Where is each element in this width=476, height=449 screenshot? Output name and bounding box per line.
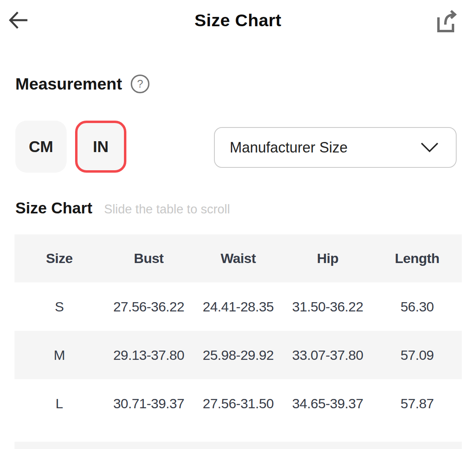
svg-text:?: ?	[137, 78, 143, 90]
table-row-l: L 30.71-39.37 27.56-31.50 34.65-39.37 57…	[15, 379, 462, 428]
table-row-next-partial	[15, 442, 462, 449]
size-standard-dropdown[interactable]: Manufacturer Size	[214, 127, 457, 168]
chevron-down-icon	[420, 142, 439, 153]
measurement-help-button[interactable]: ?	[130, 74, 150, 94]
question-mark-icon: ?	[130, 74, 150, 94]
unit-in-button[interactable]: IN	[75, 121, 126, 173]
column-header-bust: Bust	[104, 251, 194, 266]
share-icon	[434, 8, 459, 34]
cell-waist: 27.56-31.50	[193, 396, 283, 411]
cell-length: 57.87	[372, 396, 462, 411]
size-chart-title: Size Chart	[15, 199, 92, 217]
cell-size: S	[15, 299, 104, 315]
size-chart-hint: Slide the table to scroll	[104, 202, 230, 217]
cell-hip: 31.50-36.22	[283, 299, 373, 315]
cell-bust: 27.56-36.22	[104, 299, 194, 315]
column-header-length: Length	[372, 251, 462, 266]
cell-length: 57.09	[372, 347, 462, 363]
cell-hip: 33.07-37.80	[283, 347, 373, 363]
table-row-s: S 27.56-36.22 24.41-28.35 31.50-36.22 56…	[15, 282, 462, 331]
share-button[interactable]	[434, 8, 459, 35]
measurement-title: Measurement	[15, 75, 122, 94]
table-row-m: M 29.13-37.80 25.98-29.92 33.07-37.80 57…	[15, 331, 462, 379]
cell-size: M	[15, 347, 104, 363]
unit-toggle: CM IN	[15, 121, 126, 173]
cell-bust: 29.13-37.80	[104, 347, 194, 363]
table-header-row: Size Bust Waist Hip Length	[15, 234, 462, 282]
cell-bust: 30.71-39.37	[104, 396, 194, 411]
cell-length: 56.30	[372, 299, 462, 315]
size-chart-table[interactable]: Size Bust Waist Hip Length S 27.56-36.22…	[15, 234, 462, 449]
size-chart-section-header: Size Chart Slide the table to scroll	[15, 199, 230, 217]
cell-waist: 24.41-28.35	[193, 299, 283, 315]
column-header-size: Size	[15, 251, 104, 266]
size-standard-value: Manufacturer Size	[230, 139, 348, 156]
column-header-hip: Hip	[283, 251, 373, 266]
page-title: Size Chart	[0, 0, 476, 40]
cell-waist: 25.98-29.92	[193, 347, 283, 363]
column-header-waist: Waist	[193, 251, 283, 266]
cell-hip: 34.65-39.37	[283, 396, 373, 411]
header-bar: Size Chart	[0, 0, 476, 40]
unit-cm-button[interactable]: CM	[15, 121, 67, 173]
measurement-section-header: Measurement ?	[15, 74, 150, 94]
cell-size: L	[15, 396, 104, 411]
